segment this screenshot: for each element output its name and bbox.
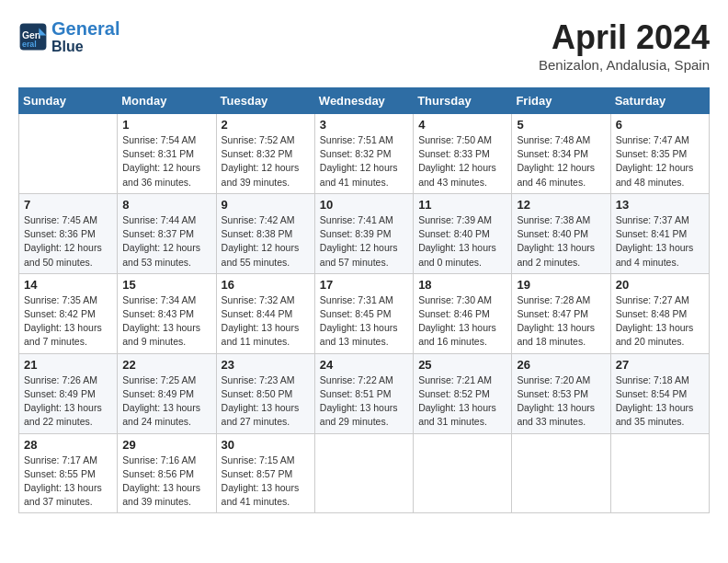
- cell-day-number: 11: [418, 198, 506, 212]
- location: Benizalon, Andalusia, Spain: [539, 57, 710, 73]
- logo-text-line1: General: [51, 18, 119, 39]
- calendar-cell: 8Sunrise: 7:44 AMSunset: 8:37 PMDaylight…: [118, 193, 216, 273]
- title-area: April 2024 Benizalon, Andalusia, Spain: [539, 18, 710, 73]
- day-header-friday: Friday: [512, 88, 610, 114]
- calendar-cell: 22Sunrise: 7:25 AMSunset: 8:49 PMDayligh…: [118, 353, 216, 433]
- cell-info: Sunrise: 7:26 AMSunset: 8:49 PMDaylight:…: [24, 373, 112, 430]
- cell-info: Sunrise: 7:37 AMSunset: 8:41 PMDaylight:…: [616, 213, 704, 270]
- calendar-cell: 27Sunrise: 7:18 AMSunset: 8:54 PMDayligh…: [610, 353, 709, 433]
- calendar-cell: 18Sunrise: 7:30 AMSunset: 8:46 PMDayligh…: [414, 273, 512, 353]
- calendar-cell: [512, 433, 610, 513]
- logo-text-line2: Blue: [51, 39, 119, 55]
- cell-day-number: 26: [517, 358, 605, 372]
- cell-day-number: 3: [320, 118, 408, 132]
- cell-day-number: 14: [24, 278, 112, 292]
- calendar-cell: 5Sunrise: 7:48 AMSunset: 8:34 PMDaylight…: [512, 114, 610, 194]
- calendar-cell: 3Sunrise: 7:51 AMSunset: 8:32 PMDaylight…: [314, 114, 413, 194]
- cell-day-number: 10: [320, 198, 408, 212]
- calendar-table: SundayMondayTuesdayWednesdayThursdayFrid…: [18, 87, 710, 513]
- day-header-saturday: Saturday: [610, 88, 709, 114]
- calendar-cell: 25Sunrise: 7:21 AMSunset: 8:52 PMDayligh…: [414, 353, 512, 433]
- cell-info: Sunrise: 7:17 AMSunset: 8:55 PMDaylight:…: [24, 454, 112, 510]
- cell-day-number: 20: [616, 278, 704, 292]
- calendar-cell: 21Sunrise: 7:26 AMSunset: 8:49 PMDayligh…: [19, 353, 118, 433]
- cell-day-number: 17: [320, 278, 408, 292]
- cell-info: Sunrise: 7:18 AMSunset: 8:54 PMDaylight:…: [616, 373, 704, 430]
- cell-info: Sunrise: 7:52 AMSunset: 8:32 PMDaylight:…: [222, 133, 310, 190]
- calendar-cell: 15Sunrise: 7:34 AMSunset: 8:43 PMDayligh…: [118, 273, 216, 353]
- cell-info: Sunrise: 7:48 AMSunset: 8:34 PMDaylight:…: [517, 133, 605, 190]
- cell-day-number: 16: [222, 278, 310, 292]
- calendar-cell: 26Sunrise: 7:20 AMSunset: 8:53 PMDayligh…: [512, 353, 610, 433]
- cell-day-number: 4: [418, 118, 506, 132]
- cell-day-number: 1: [122, 118, 210, 132]
- cell-day-number: 7: [24, 198, 112, 212]
- calendar-week-row: 7Sunrise: 7:45 AMSunset: 8:36 PMDaylight…: [19, 193, 710, 273]
- cell-day-number: 25: [418, 358, 506, 372]
- calendar-cell: 12Sunrise: 7:38 AMSunset: 8:40 PMDayligh…: [512, 193, 610, 273]
- cell-info: Sunrise: 7:32 AMSunset: 8:44 PMDaylight:…: [222, 293, 310, 350]
- month-title: April 2024: [539, 18, 710, 57]
- cell-day-number: 15: [122, 278, 210, 292]
- cell-day-number: 21: [24, 358, 112, 372]
- calendar-cell: 20Sunrise: 7:27 AMSunset: 8:48 PMDayligh…: [610, 273, 709, 353]
- cell-day-number: 13: [616, 198, 704, 212]
- cell-info: Sunrise: 7:15 AMSunset: 8:57 PMDaylight:…: [222, 454, 310, 510]
- cell-day-number: 23: [222, 358, 310, 372]
- calendar-cell: 10Sunrise: 7:41 AMSunset: 8:39 PMDayligh…: [314, 193, 413, 273]
- day-header-monday: Monday: [118, 88, 216, 114]
- calendar-cell: 17Sunrise: 7:31 AMSunset: 8:45 PMDayligh…: [314, 273, 413, 353]
- calendar-cell: 9Sunrise: 7:42 AMSunset: 8:38 PMDaylight…: [216, 193, 314, 273]
- cell-day-number: 22: [122, 358, 210, 372]
- calendar-cell: 28Sunrise: 7:17 AMSunset: 8:55 PMDayligh…: [19, 433, 118, 513]
- calendar-body: 1Sunrise: 7:54 AMSunset: 8:31 PMDaylight…: [19, 114, 710, 513]
- svg-text:eral: eral: [22, 40, 37, 49]
- cell-day-number: 30: [222, 438, 310, 452]
- cell-day-number: 27: [616, 358, 704, 372]
- calendar-cell: [314, 433, 413, 513]
- cell-info: Sunrise: 7:45 AMSunset: 8:36 PMDaylight:…: [24, 213, 112, 270]
- calendar-cell: 29Sunrise: 7:16 AMSunset: 8:56 PMDayligh…: [118, 433, 216, 513]
- calendar-cell: [19, 114, 118, 194]
- cell-info: Sunrise: 7:20 AMSunset: 8:53 PMDaylight:…: [517, 373, 605, 430]
- cell-day-number: 24: [320, 358, 408, 372]
- calendar-week-row: 28Sunrise: 7:17 AMSunset: 8:55 PMDayligh…: [19, 433, 710, 513]
- calendar-week-row: 21Sunrise: 7:26 AMSunset: 8:49 PMDayligh…: [19, 353, 710, 433]
- cell-info: Sunrise: 7:51 AMSunset: 8:32 PMDaylight:…: [320, 133, 408, 190]
- cell-day-number: 2: [222, 118, 310, 132]
- cell-info: Sunrise: 7:44 AMSunset: 8:37 PMDaylight:…: [122, 213, 210, 270]
- cell-day-number: 29: [122, 438, 210, 452]
- cell-info: Sunrise: 7:41 AMSunset: 8:39 PMDaylight:…: [320, 213, 408, 270]
- cell-info: Sunrise: 7:54 AMSunset: 8:31 PMDaylight:…: [122, 133, 210, 190]
- calendar-week-row: 1Sunrise: 7:54 AMSunset: 8:31 PMDaylight…: [19, 114, 710, 194]
- day-header-tuesday: Tuesday: [216, 88, 314, 114]
- calendar-cell: 23Sunrise: 7:23 AMSunset: 8:50 PMDayligh…: [216, 353, 314, 433]
- cell-info: Sunrise: 7:47 AMSunset: 8:35 PMDaylight:…: [616, 133, 704, 190]
- cell-info: Sunrise: 7:34 AMSunset: 8:43 PMDaylight:…: [122, 293, 210, 350]
- cell-day-number: 19: [517, 278, 605, 292]
- calendar-cell: 14Sunrise: 7:35 AMSunset: 8:42 PMDayligh…: [19, 273, 118, 353]
- calendar-cell: 19Sunrise: 7:28 AMSunset: 8:47 PMDayligh…: [512, 273, 610, 353]
- calendar-cell: [610, 433, 709, 513]
- cell-day-number: 5: [517, 118, 605, 132]
- cell-day-number: 8: [122, 198, 210, 212]
- cell-day-number: 12: [517, 198, 605, 212]
- cell-info: Sunrise: 7:31 AMSunset: 8:45 PMDaylight:…: [320, 293, 408, 350]
- calendar-cell: 11Sunrise: 7:39 AMSunset: 8:40 PMDayligh…: [414, 193, 512, 273]
- calendar-cell: [414, 433, 512, 513]
- day-header-sunday: Sunday: [19, 88, 118, 114]
- cell-info: Sunrise: 7:16 AMSunset: 8:56 PMDaylight:…: [122, 454, 210, 510]
- cell-info: Sunrise: 7:28 AMSunset: 8:47 PMDaylight:…: [517, 293, 605, 350]
- day-header-wednesday: Wednesday: [314, 88, 413, 114]
- calendar-week-row: 14Sunrise: 7:35 AMSunset: 8:42 PMDayligh…: [19, 273, 710, 353]
- cell-info: Sunrise: 7:23 AMSunset: 8:50 PMDaylight:…: [222, 373, 310, 430]
- cell-day-number: 28: [24, 438, 112, 452]
- calendar-cell: 7Sunrise: 7:45 AMSunset: 8:36 PMDaylight…: [19, 193, 118, 273]
- calendar-cell: 1Sunrise: 7:54 AMSunset: 8:31 PMDaylight…: [118, 114, 216, 194]
- cell-info: Sunrise: 7:30 AMSunset: 8:46 PMDaylight:…: [418, 293, 506, 350]
- cell-day-number: 9: [222, 198, 310, 212]
- day-header-thursday: Thursday: [414, 88, 512, 114]
- calendar-cell: 30Sunrise: 7:15 AMSunset: 8:57 PMDayligh…: [216, 433, 314, 513]
- calendar-cell: 24Sunrise: 7:22 AMSunset: 8:51 PMDayligh…: [314, 353, 413, 433]
- cell-info: Sunrise: 7:27 AMSunset: 8:48 PMDaylight:…: [616, 293, 704, 350]
